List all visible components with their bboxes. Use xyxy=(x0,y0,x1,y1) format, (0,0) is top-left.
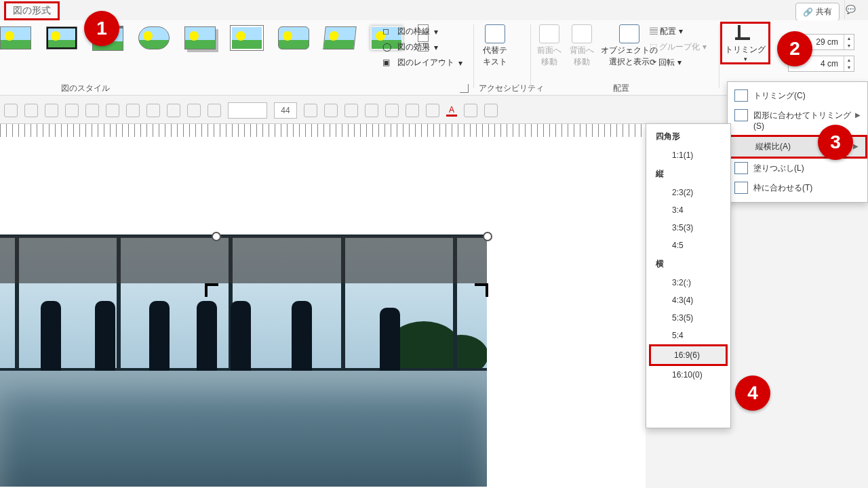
spin-up[interactable]: ▲ xyxy=(844,35,854,42)
style-thumb-4[interactable] xyxy=(138,26,170,49)
qat-item[interactable] xyxy=(146,104,160,117)
horizontal-ruler xyxy=(0,123,646,138)
selection-handle[interactable] xyxy=(483,232,492,241)
bring-forward-button[interactable]: 前面へ 移動 xyxy=(537,24,561,68)
qat-item[interactable] xyxy=(464,104,477,117)
style-thumb-6[interactable] xyxy=(231,26,263,50)
menu-fit[interactable]: 枠に合わせる(T) xyxy=(728,178,867,198)
qat-item[interactable] xyxy=(426,104,439,117)
style-thumb-7[interactable] xyxy=(278,26,309,49)
style-thumb-8[interactable] xyxy=(323,26,357,49)
ratio-16-10[interactable]: 16:10(0) xyxy=(646,366,730,384)
ratio-header-portrait: 縦 xyxy=(646,164,730,184)
qat-item[interactable] xyxy=(385,104,399,117)
picture-bg xyxy=(231,301,251,375)
font-name-box[interactable] xyxy=(228,102,267,119)
picture-layout-button[interactable]: ▣図のレイアウト ▾ xyxy=(382,57,462,68)
ratio-4-5[interactable]: 4:5 xyxy=(646,237,730,254)
group-label: グループ化 xyxy=(659,42,700,52)
picture-bg xyxy=(197,301,217,375)
fill-icon xyxy=(734,162,748,174)
qat-item[interactable] xyxy=(304,104,317,117)
send-backward-button[interactable]: 背面へ 移動 xyxy=(570,24,594,68)
picture-effects-button[interactable]: ◯図の効果 ▾ xyxy=(382,41,462,53)
ratio-header-landscape: 横 xyxy=(646,254,730,274)
shape-icon xyxy=(734,109,748,121)
font-size-box[interactable]: 44 xyxy=(274,102,297,119)
picture-bg xyxy=(95,301,115,375)
chevron-down-icon: ▾ xyxy=(679,26,683,36)
picture-bg xyxy=(149,301,170,375)
fit-icon xyxy=(734,182,748,194)
ratio-4-3[interactable]: 4:3(4) xyxy=(646,291,730,309)
send-backward-icon xyxy=(572,24,592,43)
group-label-styles: 図のスタイル xyxy=(61,83,110,94)
send-backward-label: 背面へ 移動 xyxy=(570,45,594,68)
crop-icon xyxy=(734,89,748,102)
chevron-right-icon: ▶ xyxy=(855,111,861,119)
ratio-5-3[interactable]: 5:3(5) xyxy=(646,309,730,327)
spin-up[interactable]: ▲ xyxy=(844,56,854,64)
qat-item[interactable] xyxy=(106,104,119,117)
selection-handle[interactable] xyxy=(212,232,221,241)
qat-item[interactable] xyxy=(85,104,99,117)
style-thumb-2[interactable] xyxy=(46,26,77,49)
alt-text-icon xyxy=(485,24,505,43)
separator xyxy=(473,24,474,88)
share-label: 共有 xyxy=(816,6,832,18)
qat-item[interactable] xyxy=(24,104,38,117)
chevron-down-icon: ▾ xyxy=(434,43,438,52)
selection-pane-icon xyxy=(619,24,639,43)
ratio-3-5[interactable]: 3:5(3) xyxy=(646,219,730,237)
tab-picture-format[interactable]: 図の形式 xyxy=(4,1,60,20)
font-color-icon[interactable]: A xyxy=(446,105,457,117)
qat-item[interactable] xyxy=(324,104,338,117)
picture-options: ◻図の枠線 ▾ ◯図の効果 ▾ ▣図のレイアウト ▾ xyxy=(382,26,462,68)
share-button[interactable]: 🔗共有 xyxy=(795,3,840,21)
ratio-16-9[interactable]: 16:9(6) xyxy=(649,344,728,366)
qat-item[interactable] xyxy=(187,104,201,117)
qat-item[interactable] xyxy=(406,104,419,117)
picture-border-button[interactable]: ◻図の枠線 ▾ xyxy=(382,26,462,37)
ratio-5-4[interactable]: 5:4 xyxy=(646,327,730,344)
quick-access-toolbar: 44 A xyxy=(0,99,665,122)
group-label-arrange: 配置 xyxy=(613,83,629,94)
effects-icon: ◯ xyxy=(382,42,393,53)
rotate-button[interactable]: ⟳ 回転 ▾ xyxy=(650,57,707,68)
chevron-down-icon: ▾ xyxy=(703,42,707,52)
chevron-down-icon: ▾ xyxy=(458,58,462,68)
qat-item[interactable] xyxy=(4,104,18,117)
picture-bg xyxy=(292,301,312,375)
comments-toggle[interactable]: 💬 xyxy=(844,0,856,19)
qat-item[interactable] xyxy=(208,104,221,117)
spin-down[interactable]: ▼ xyxy=(844,42,854,49)
qat-item[interactable] xyxy=(65,104,79,117)
ratio-3-4[interactable]: 3:4 xyxy=(646,201,730,219)
menu-crop[interactable]: トリミング(C) xyxy=(728,86,867,106)
alt-text-button[interactable]: 代替テ キスト xyxy=(483,24,507,68)
menu-fill[interactable]: 塗りつぶし(L) xyxy=(728,159,867,178)
crop-handle[interactable] xyxy=(475,283,488,297)
style-thumb-1[interactable] xyxy=(0,26,31,49)
styles-dialog-launcher[interactable] xyxy=(460,84,469,93)
qat-item[interactable] xyxy=(365,104,378,117)
style-thumb-5[interactable] xyxy=(184,26,216,49)
ratio-3-2[interactable]: 3:2(:) xyxy=(646,274,730,291)
picture-layout-label: 図のレイアウト xyxy=(397,57,454,68)
group-button[interactable]: ⬚ グループ化 ▾ xyxy=(650,41,707,53)
qat-item[interactable] xyxy=(484,104,498,117)
menu-fit-label: 枠に合わせる(T) xyxy=(753,183,812,192)
align-label: 配置 xyxy=(660,26,676,36)
align-button[interactable]: ▤ 配置 ▾ xyxy=(650,26,707,37)
separator xyxy=(719,24,719,88)
qat-item[interactable] xyxy=(126,104,140,117)
ratio-2-3[interactable]: 2:3(2) xyxy=(646,184,730,201)
spin-down[interactable]: ▼ xyxy=(844,64,854,71)
qat-item[interactable] xyxy=(344,104,358,117)
crop-button[interactable]: トリミング ▾ xyxy=(725,25,766,62)
ratio-1-1[interactable]: 1:1(1) xyxy=(646,146,730,164)
qat-item[interactable] xyxy=(45,104,58,117)
bring-forward-icon xyxy=(539,24,559,43)
crop-handle[interactable] xyxy=(205,283,218,297)
qat-item[interactable] xyxy=(167,104,180,117)
